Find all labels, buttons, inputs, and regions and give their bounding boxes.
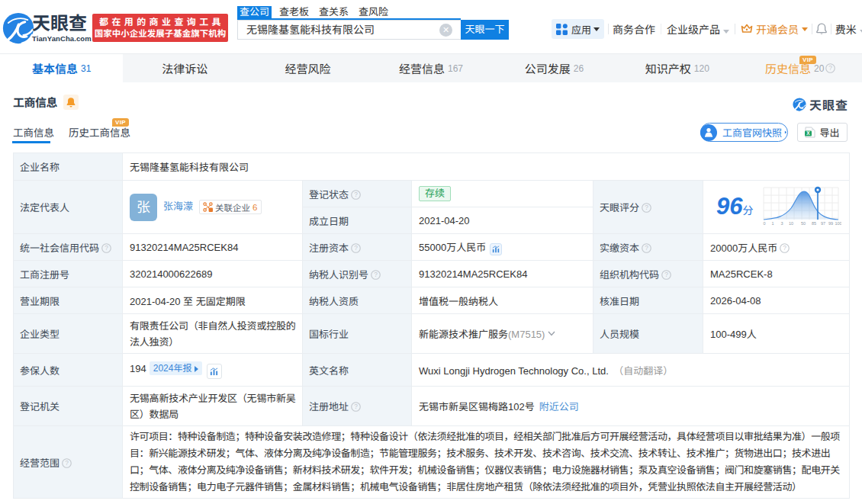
svg-text:?: ?	[354, 191, 358, 198]
svg-text:10: 10	[789, 221, 793, 226]
svg-text:?: ?	[645, 204, 648, 211]
svg-text:99: 99	[828, 221, 833, 226]
svg-text:100: 100	[835, 221, 842, 226]
svg-text:?: ?	[664, 271, 668, 278]
svg-text:?: ?	[783, 244, 786, 252]
svg-text:?: ?	[105, 244, 108, 252]
svg-text:1: 1	[772, 221, 774, 226]
svg-text:85: 85	[812, 221, 816, 226]
svg-text:?: ?	[354, 244, 358, 252]
svg-text:?: ?	[829, 64, 833, 72]
svg-text:97: 97	[821, 221, 825, 226]
svg-text:?: ?	[645, 244, 648, 252]
svg-text:0: 0	[764, 221, 766, 226]
svg-text:50: 50	[801, 221, 806, 226]
svg-text:?: ?	[374, 271, 378, 278]
svg-text:3: 3	[781, 221, 783, 226]
svg-text:?: ?	[354, 403, 358, 410]
svg-text:?: ?	[65, 459, 69, 467]
svg-text:X: X	[807, 130, 811, 136]
